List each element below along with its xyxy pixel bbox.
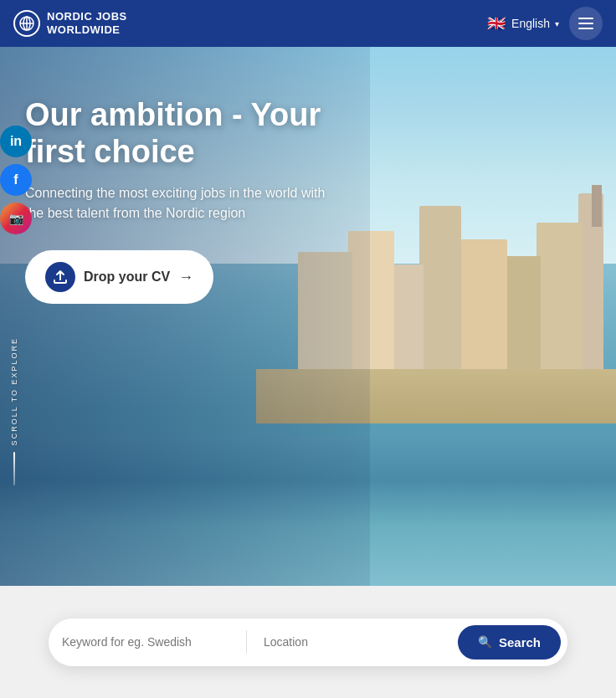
search-icon: 🔍 xyxy=(478,635,492,649)
scroll-line xyxy=(13,452,15,485)
hero-section: Our ambition - Your first choice Connect… xyxy=(0,0,616,586)
facebook-button[interactable]: f xyxy=(0,164,32,196)
arrow-icon: → xyxy=(178,269,193,286)
search-bar: 🔍 Search xyxy=(0,586,616,698)
social-icons: in f 📷 xyxy=(0,126,32,234)
hero-title: Our ambition - Your first choice xyxy=(25,97,377,170)
search-divider xyxy=(246,630,247,654)
keyword-input[interactable] xyxy=(62,629,239,655)
upload-icon xyxy=(45,262,75,292)
hero-content: Our ambition - Your first choice Connect… xyxy=(0,47,616,586)
logo-icon xyxy=(13,10,40,37)
scroll-indicator: SCROLL TO EXPLORE xyxy=(10,337,18,485)
logo-text: NORDIC JOBS WORLDWIDE xyxy=(47,10,127,36)
chevron-down-icon: ▾ xyxy=(555,19,559,28)
linkedin-icon: in xyxy=(10,134,22,149)
header-right: 🇬🇧 English ▾ xyxy=(486,7,603,40)
logo[interactable]: NORDIC JOBS WORLDWIDE xyxy=(13,10,127,37)
menu-line-3 xyxy=(578,28,593,29)
search-button[interactable]: 🔍 Search xyxy=(458,625,561,660)
facebook-icon: f xyxy=(13,172,18,187)
search-container: 🔍 Search xyxy=(49,618,567,666)
drop-cv-button[interactable]: Drop your CV → xyxy=(25,250,213,304)
location-input[interactable] xyxy=(254,629,451,655)
hero-subtitle: Connecting the most exciting jobs in the… xyxy=(25,183,343,223)
instagram-icon: 📷 xyxy=(9,212,23,225)
flag-icon: 🇬🇧 xyxy=(486,17,506,30)
menu-line-1 xyxy=(578,18,593,19)
language-selector[interactable]: 🇬🇧 English ▾ xyxy=(486,17,559,30)
language-label: English xyxy=(511,17,550,30)
header: NORDIC JOBS WORLDWIDE 🇬🇧 English ▾ xyxy=(0,0,616,47)
instagram-button[interactable]: 📷 xyxy=(0,203,32,234)
search-button-label: Search xyxy=(499,635,541,649)
menu-line-2 xyxy=(578,23,593,24)
menu-button[interactable] xyxy=(569,7,603,40)
drop-cv-label: Drop your CV xyxy=(84,269,170,285)
linkedin-button[interactable]: in xyxy=(0,126,32,157)
scroll-text: SCROLL TO EXPLORE xyxy=(10,337,18,445)
